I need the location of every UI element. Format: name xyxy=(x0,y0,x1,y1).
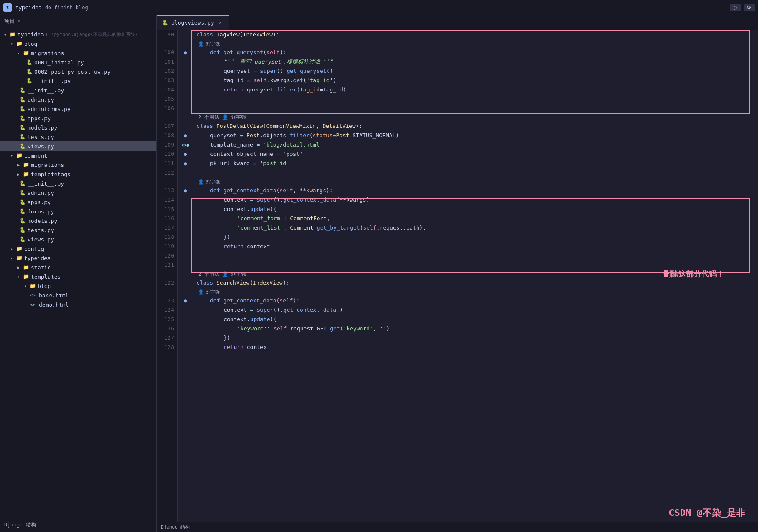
author-line-postdetail: 👤 刘宇强 xyxy=(196,177,758,186)
tree-label: __init__.py xyxy=(28,87,64,94)
code-line-103: tag_id = self.kwargs.get('tag_id') xyxy=(196,76,758,85)
tree-item-init-m[interactable]: 🐍 __init__.py xyxy=(0,76,156,86)
top-bar: t typeidea do-finish-blog ▷ ⟳ xyxy=(0,0,758,15)
methods-indicator-1: 2 个用法 👤 刘宇强 xyxy=(196,113,758,122)
tree-label: migrations xyxy=(31,50,64,56)
tree-label: migrations xyxy=(31,162,64,168)
code-line-125: context.update({ xyxy=(196,315,758,324)
folder-icon: 📁 xyxy=(29,282,36,290)
code-line-109: template_name = 'blog/detail.html' xyxy=(196,140,758,150)
folder-icon: 📁 xyxy=(8,30,16,38)
editor-area: 🐍 blog\views.py × 90 100 101 102 103 104… xyxy=(157,15,758,532)
app-title: typeidea xyxy=(15,4,42,11)
html-icon: <> xyxy=(29,301,36,308)
tab-views[interactable]: 🐍 blog\views.py × xyxy=(157,15,229,30)
tree-item-models[interactable]: 🐍 models.py xyxy=(0,123,156,132)
py-icon: 🐍 xyxy=(19,96,26,103)
tree-item-c-tests[interactable]: 🐍 tests.py xyxy=(0,225,156,235)
gutter-icon-109: <>● xyxy=(178,140,193,150)
tree-item-tests[interactable]: 🐍 tests.py xyxy=(0,132,156,141)
tree-item-admin[interactable]: 🐍 admin.py xyxy=(0,95,156,104)
code-editor[interactable]: 90 100 101 102 103 104 105 106 107 108 1… xyxy=(157,30,758,522)
tree-item-migrations[interactable]: ▾ 📁 migrations xyxy=(0,48,156,58)
expand-arrow: ▶ xyxy=(15,161,22,168)
root-path: F:\python\django\不染是非的博客系统\ xyxy=(46,31,138,38)
tab-bar: 🐍 blog\views.py × xyxy=(157,15,758,30)
sidebar-footer: Django 结构 xyxy=(0,518,156,532)
folder-icon: 📁 xyxy=(22,273,30,280)
code-line-122: class SearchView(IndexView): xyxy=(196,278,758,288)
tree-label: apps.py xyxy=(28,115,51,122)
tree-label: blog xyxy=(24,41,37,47)
gutter: ● ● <>● ● ● ● xyxy=(178,30,193,522)
py-icon: 🐍 xyxy=(19,86,26,94)
expand-arrow: ▾ xyxy=(22,283,29,289)
tree-label: blog xyxy=(38,283,51,289)
code-content: 90 100 101 102 103 104 105 106 107 108 1… xyxy=(157,30,758,522)
methods-indicator-2: 2 个用法 👤 刘宇强 删除这部分代码！ xyxy=(196,270,758,278)
tree-item-c-apps[interactable]: 🐍 apps.py xyxy=(0,197,156,207)
code-line-102: queryset = super().get_queryset() xyxy=(196,66,758,76)
tree-item-comment[interactable]: ▾ 📁 comment xyxy=(0,151,156,160)
tree-item-comment-migrations[interactable]: ▶ 📁 migrations xyxy=(0,160,156,169)
py-icon: 🐍 xyxy=(19,180,26,187)
top-bar-actions: ▷ ⟳ xyxy=(730,4,755,11)
tree-item-c-init[interactable]: 🐍 __init__.py xyxy=(0,179,156,188)
tree-item-c-admin[interactable]: 🐍 admin.py xyxy=(0,188,156,197)
tree-item-adminforms[interactable]: 🐍 adminforms.py xyxy=(0,104,156,114)
expand-arrow: ▾ xyxy=(8,40,15,47)
folder-icon: 📁 xyxy=(15,245,23,252)
tree-item-demo-html[interactable]: <> demo.html xyxy=(0,300,156,309)
code-line-118: }) xyxy=(196,233,758,242)
refresh-button[interactable]: ⟳ xyxy=(744,4,755,11)
code-line-123: def get_context_data(self): xyxy=(196,296,758,305)
tree-item-0002[interactable]: 🐍 0002_post_pv_post_uv.py xyxy=(0,67,156,76)
tree-label: 0001_initial.py xyxy=(34,59,84,66)
tree-label: admin.py xyxy=(28,190,54,196)
tree-item-init[interactable]: 🐍 __init__.py xyxy=(0,86,156,95)
tree-item-blog-tpl[interactable]: ▾ 📁 blog xyxy=(0,281,156,291)
tree-item-views[interactable]: 🐍 views.py xyxy=(0,141,156,151)
tree-item-root[interactable]: ▾ 📁 typeidea F:\python\django\不染是非的博客系统\ xyxy=(0,30,156,39)
tree-item-apps[interactable]: 🐍 apps.py xyxy=(0,114,156,123)
tab-label: blog\views.py xyxy=(171,19,214,26)
expand-arrow: ▾ xyxy=(2,31,8,38)
folder-icon: 📁 xyxy=(22,161,30,169)
py-icon: 🐍 xyxy=(19,217,26,224)
expand-arrow: ▶ xyxy=(15,264,22,271)
tree-item-c-forms[interactable]: 🐍 forms.py xyxy=(0,207,156,216)
tree-label: tests.py xyxy=(28,134,54,140)
tree-item-base-html[interactable]: <> base.html xyxy=(0,291,156,300)
status-django: Django 结构 xyxy=(161,524,190,530)
tree-item-c-models[interactable]: 🐍 models.py xyxy=(0,216,156,225)
author-line-tagview: 👤 刘宇强 xyxy=(196,39,758,48)
py-icon: 🐍 xyxy=(25,77,33,85)
tree-item-0001[interactable]: 🐍 0001_initial.py xyxy=(0,58,156,67)
tree-item-templatetags[interactable]: ▶ 📁 templatetags xyxy=(0,169,156,179)
gutter-icon-113: ● xyxy=(178,186,193,195)
tree-item-typeidea[interactable]: ▾ 📁 typeidea xyxy=(0,253,156,263)
tree-label: adminforms.py xyxy=(28,106,71,112)
tree-label: static xyxy=(31,264,51,271)
tree-item-static[interactable]: ▶ 📁 static xyxy=(0,263,156,272)
tree-item-templates[interactable]: ▾ 📁 templates xyxy=(0,272,156,281)
code-line-100: def get_queryset(self): xyxy=(196,48,758,57)
run-button[interactable]: ▷ xyxy=(730,4,741,11)
status-bar: Django 结构 xyxy=(157,522,758,532)
tree-item-c-views[interactable]: 🐍 views.py xyxy=(0,235,156,244)
tab-close-button[interactable]: × xyxy=(217,19,224,26)
py-icon: 🐍 xyxy=(19,226,26,234)
gutter-icon-108: ● xyxy=(178,131,193,140)
sidebar: 项目 ▾ ▾ 📁 typeidea F:\python\django\不染是非的… xyxy=(0,15,157,532)
tree-label: models.py xyxy=(28,125,57,131)
project-header[interactable]: 项目 ▾ xyxy=(0,15,156,28)
tree-label: views.py xyxy=(28,236,54,243)
tree-item-config[interactable]: ▶ 📁 config xyxy=(0,244,156,253)
code-line-124: context = super().get_context_data() xyxy=(196,305,758,315)
main-layout: 项目 ▾ ▾ 📁 typeidea F:\python\django\不染是非的… xyxy=(0,15,758,532)
expand-arrow: ▾ xyxy=(8,152,15,159)
tree-item-blog[interactable]: ▾ 📁 blog xyxy=(0,39,156,48)
code-line-116: 'comment_form': CommentForm, xyxy=(196,214,758,223)
py-icon: 🐍 xyxy=(25,68,33,75)
code-line-121 xyxy=(196,260,758,270)
